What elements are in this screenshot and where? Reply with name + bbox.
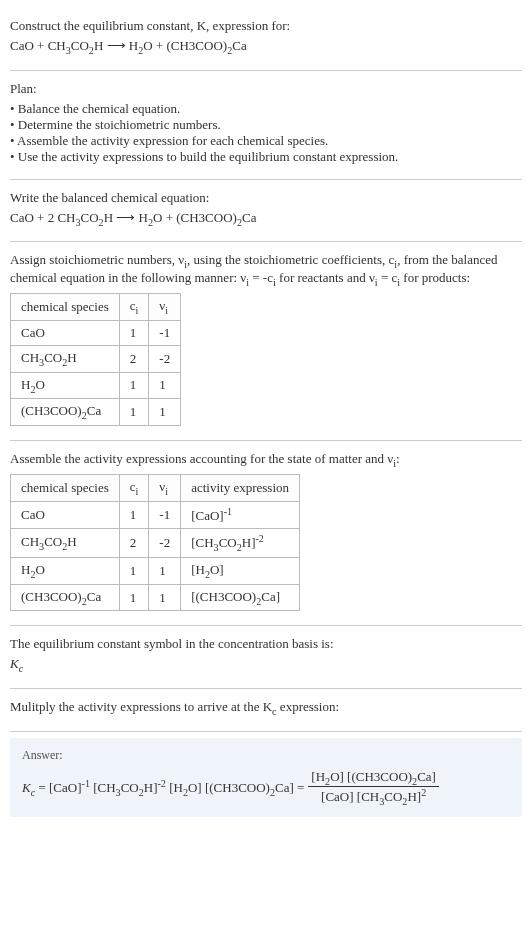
table-row: CH3CO2H 2 -2 xyxy=(11,345,181,372)
table-row: H2O 1 1 [H2O] xyxy=(11,558,300,585)
table-row: H2O 1 1 xyxy=(11,372,181,399)
table-row: (CH3COO)2Ca 1 1 [(CH3COO)2Ca] xyxy=(11,584,300,611)
answer-label: Answer: xyxy=(22,748,510,763)
balanced-section: Write the balanced chemical equation: Ca… xyxy=(10,180,522,243)
balanced-equation: CaO + 2 CH3CO2H ⟶ H2O + (CH3COO)2Ca xyxy=(10,210,522,228)
balanced-heading: Write the balanced chemical equation: xyxy=(10,190,522,206)
plan-list: Balance the chemical equation. Determine… xyxy=(10,101,522,165)
activity-h1: chemical species xyxy=(11,475,120,502)
answer-expression: Kc = [CaO]-1 [CH3CO2H]-2 [H2O] [(CH3COO)… xyxy=(22,769,510,808)
multiply-section: Mulitply the activity expressions to arr… xyxy=(10,689,522,732)
plan-item-2: Determine the stoichiometric numbers. xyxy=(10,117,522,133)
plan-item-3: Assemble the activity expression for eac… xyxy=(10,133,522,149)
stoich-h1: chemical species xyxy=(11,294,120,321)
activity-h4: activity expression xyxy=(181,475,300,502)
answer-box: Answer: Kc = [CaO]-1 [CH3CO2H]-2 [H2O] [… xyxy=(10,738,522,818)
symbol-section: The equilibrium constant symbol in the c… xyxy=(10,626,522,689)
stoich-section: Assign stoichiometric numbers, νi, using… xyxy=(10,242,522,441)
stoich-h2: ci xyxy=(119,294,149,321)
activity-section: Assemble the activity expressions accoun… xyxy=(10,441,522,627)
table-row: CaO 1 -1 xyxy=(11,320,181,345)
table-row: (CH3COO)2Ca 1 1 xyxy=(11,399,181,426)
plan-heading: Plan: xyxy=(10,81,522,97)
stoich-intro: Assign stoichiometric numbers, νi, using… xyxy=(10,252,522,287)
table-row: CaO 1 -1 [CaO]-1 xyxy=(11,501,300,528)
plan-section: Plan: Balance the chemical equation. Det… xyxy=(10,71,522,180)
activity-h3: νi xyxy=(149,475,181,502)
symbol-kc: Kc xyxy=(10,656,522,674)
plan-item-4: Use the activity expressions to build th… xyxy=(10,149,522,165)
plan-item-1: Balance the chemical equation. xyxy=(10,101,522,117)
table-row: CH3CO2H 2 -2 [CH3CO2H]-2 xyxy=(11,529,300,558)
multiply-heading: Mulitply the activity expressions to arr… xyxy=(10,699,522,717)
activity-heading: Assemble the activity expressions accoun… xyxy=(10,451,522,469)
activity-h2: ci xyxy=(119,475,149,502)
intro-section: Construct the equilibrium constant, K, e… xyxy=(10,8,522,71)
answer-fraction: [H2O] [(CH3COO)2Ca] [CaO] [CH3CO2H]2 xyxy=(308,769,439,808)
intro-line1: Construct the equilibrium constant, K, e… xyxy=(10,18,522,34)
activity-table: chemical species ci νi activity expressi… xyxy=(10,474,300,611)
intro-equation: CaO + CH3CO2H ⟶ H2O + (CH3COO)2Ca xyxy=(10,38,522,56)
stoich-h3: νi xyxy=(149,294,181,321)
symbol-heading: The equilibrium constant symbol in the c… xyxy=(10,636,522,652)
stoich-table: chemical species ci νi CaO 1 -1 CH3CO2H … xyxy=(10,293,181,425)
